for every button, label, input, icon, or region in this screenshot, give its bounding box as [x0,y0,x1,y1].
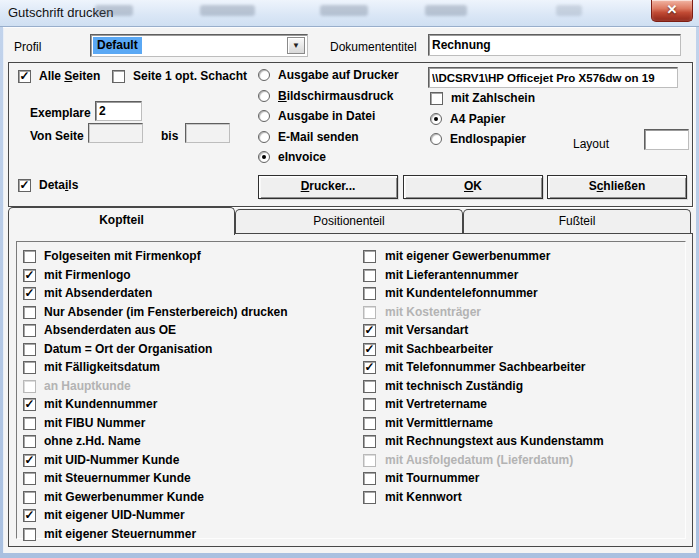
checkbox-label: mit Rechnungstext aus Kundenstamm [385,435,604,448]
background-artifact [200,5,255,16]
checkbox-label: mit Vermittlername [385,417,493,430]
radio-a4-papier[interactable]: A4 Papier [430,113,505,126]
checkbox[interactable]: ✓ [363,343,376,356]
checkbox-label: mit eigener Gewerbenummer [385,250,550,263]
radio-button[interactable] [258,110,270,122]
checkbox[interactable] [23,491,36,504]
checkbox[interactable] [363,417,376,430]
ok-button[interactable]: OK [403,175,543,199]
checkbox-label: mit FIBU Nummer [44,417,145,430]
checkbox[interactable] [363,435,376,448]
radio-bildschirmausdruck[interactable]: Bildschirmausdruck [258,90,393,103]
checkbox[interactable]: ✓ [23,269,36,282]
printer-path-input[interactable] [428,67,678,88]
checkbox-label: mit eigener UID-Nummer [44,509,185,522]
radio-ausgabe-auf-drucker[interactable]: Ausgabe auf Drucker [258,69,399,82]
checkbox-label: Folgeseiten mit Firmenkopf [44,250,201,263]
checkbox[interactable] [363,454,376,467]
profil-combobox[interactable]: Default ▼ [90,34,308,57]
checkbox[interactable] [363,380,376,393]
tab-fussteil[interactable]: Fußteil [463,209,691,234]
radio-endlospapier[interactable]: Endlospapier [430,133,526,146]
checkbox[interactable] [363,472,376,485]
checkbox-label: mit UID-Nummer Kunde [44,454,179,467]
checkbox-label: mit Sachbearbeiter [385,343,493,356]
checkbox[interactable]: ✓ [23,454,36,467]
radio-button[interactable] [430,113,442,125]
radio-button[interactable] [258,69,270,81]
von-seite-label: Von Seite [30,129,84,143]
checkbox[interactable] [363,287,376,300]
checkbox[interactable] [23,435,36,448]
checkbox[interactable] [363,398,376,411]
checkbox[interactable] [23,472,36,485]
checkbox[interactable] [23,343,36,356]
radio-button[interactable] [258,151,270,163]
details-checkbox[interactable]: ✓ Details [18,179,78,192]
checkbox[interactable]: ✓ [23,398,36,411]
alle-seiten-checkbox[interactable]: ✓ Alle Seiten [18,70,100,83]
radio-button[interactable] [430,133,442,145]
checkbox[interactable]: ✓ [18,179,31,192]
tab-kopfteil[interactable]: Kopfteil [8,207,235,235]
checkbox-label: mit Kostenträger [385,306,481,319]
radio-button[interactable] [258,90,270,102]
checkbox[interactable] [23,528,36,541]
exemplare-input[interactable] [95,101,142,121]
checkbox[interactable] [430,92,443,105]
seite1-schacht-checkbox[interactable]: Seite 1 opt. Schacht [112,70,247,83]
checkbox[interactable] [112,70,125,83]
radio-button[interactable] [258,131,270,143]
checkbox-label: mit Telefonnummer Sachbearbeiter [385,361,586,374]
drucker-button[interactable]: Drucker... [258,175,398,199]
checkbox-label: mit Lieferantennummer [385,269,518,282]
checkbox-label: mit eigener Steuernummer [44,528,196,541]
checkbox[interactable] [363,269,376,282]
tab-page-kopfteil: Folgeseiten mit Firmenkopf ✓ mit Firmenl… [8,233,693,547]
title-bar[interactable]: Gutschrift drucken [0,0,699,27]
checkbox-label: mit Vertretername [385,398,487,411]
bis-input[interactable] [185,123,230,143]
checkbox[interactable] [23,361,36,374]
chevron-down-icon[interactable]: ▼ [287,37,305,54]
background-artifact [425,5,467,16]
zahlschein-checkbox[interactable]: mit Zahlschein [430,92,535,105]
checkbox-label: ohne z.Hd. Name [44,435,141,448]
radio-email-senden[interactable]: E-Mail senden [258,131,359,144]
close-icon[interactable]: ✕ [651,0,693,22]
checkbox[interactable]: ✓ [23,287,36,300]
checkbox[interactable]: ✓ [363,324,376,337]
layout-label: Layout [573,137,609,151]
layout-input[interactable] [644,129,689,150]
profil-label: Profil [14,40,41,54]
von-seite-input[interactable] [88,123,143,143]
checkbox[interactable]: ✓ [23,509,36,522]
checkbox[interactable] [23,250,36,263]
checkbox-label: Absenderdaten aus OE [44,324,176,337]
checkbox[interactable] [23,417,36,430]
checkbox-label: mit Firmenlogo [44,269,131,282]
checkbox[interactable] [363,306,376,319]
checkbox-label: mit Versandart [385,324,468,337]
bis-label: bis [161,129,178,143]
checkbox-label: mit Steuernummer Kunde [44,472,191,485]
checkbox-label: an Hauptkunde [44,380,131,393]
checkbox[interactable] [363,491,376,504]
tab-positionenteil[interactable]: Positionenteil [235,209,463,234]
checkbox-label: mit Kundennummer [44,398,157,411]
checkbox[interactable]: ✓ [363,361,376,374]
checkbox[interactable] [23,324,36,337]
checkbox-label: mit Ausfolgedatum (Lieferdatum) [385,454,573,467]
checkbox[interactable] [23,306,36,319]
background-artifact [95,5,133,16]
schliessen-button[interactable]: Schließen [547,175,687,199]
exemplare-label: Exemplare [30,106,91,120]
radio-ausgabe-in-datei[interactable]: Ausgabe in Datei [258,110,375,123]
checkbox[interactable] [363,250,376,263]
checkbox[interactable] [23,380,36,393]
checkbox[interactable]: ✓ [18,70,31,83]
radio-einvoice[interactable]: eInvoice [258,151,326,164]
kopfteil-left-column: Folgeseiten mit Firmenkopf ✓ mit Firmenl… [23,234,343,546]
dokumententitel-input[interactable] [428,34,681,56]
background-artifact [556,5,582,16]
